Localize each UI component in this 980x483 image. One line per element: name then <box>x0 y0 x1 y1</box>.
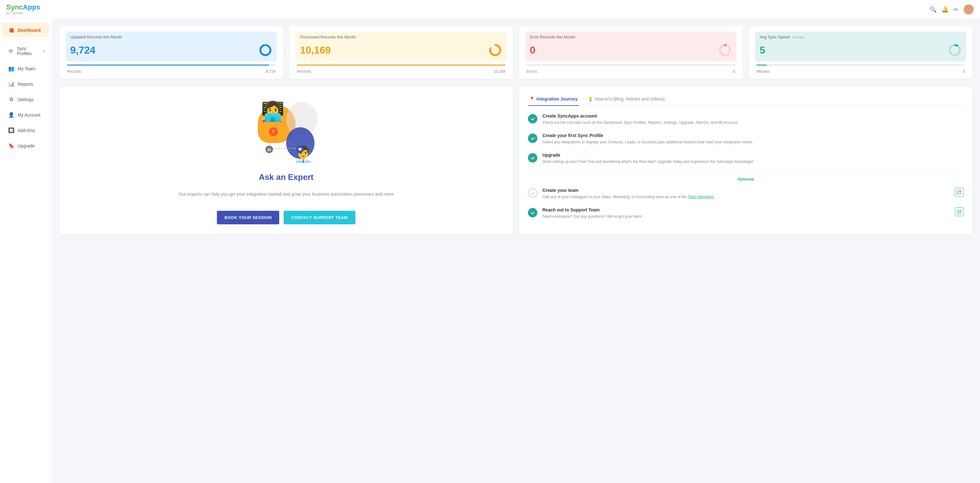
sidebar-label-settings: Settings <box>18 97 34 102</box>
journey-item-action-5[interactable] <box>955 207 964 216</box>
stat-value-row-processed: 10,169 <box>300 43 502 57</box>
sidebar-item-add-ons[interactable]: 🔲 Add-Ons <box>3 123 49 138</box>
checkmark-icon-1 <box>530 116 535 121</box>
svg-point-4 <box>720 45 730 55</box>
checkmark-icon-5 <box>530 210 535 215</box>
sidebar-label-upgrade: Upgrade <box>18 143 35 148</box>
stat-bg-processed: Processed Records this Month 10,169 <box>296 32 506 61</box>
avatar[interactable] <box>964 5 974 14</box>
sidebar-divider-1 <box>5 39 46 40</box>
sidebar-label-my-account: My Account <box>18 113 40 118</box>
journey-card: 📍 Integration Journey 💡 How-to's (Blog, … <box>519 86 972 234</box>
journey-item-action-4[interactable] <box>955 188 964 197</box>
ask-expert-card: 👩‍💻 👨‍💼 ? 📅 💬 Ask an Expert Our experts … <box>59 86 513 234</box>
journey-item-desc-2: Select any integrations to migrate your … <box>542 139 964 145</box>
stat-bar-sync-speed <box>756 65 767 65</box>
team-members-link[interactable]: Team Members <box>688 195 714 199</box>
journey-item-title-3: Upgrade <box>542 153 964 158</box>
tab-howtos[interactable]: 💡 How-to's (Blog, Articles and Videos) <box>587 94 666 106</box>
tab-integration-journey[interactable]: 📍 Integration Journey <box>528 94 579 106</box>
checkmark-icon-4 <box>530 191 535 195</box>
upgrade-icon: 🔖 <box>8 143 14 149</box>
stat-label-suffix: minutes <box>792 35 805 39</box>
journey-item-desc-5: Need assistance? Got any questions? We'v… <box>542 214 950 219</box>
tab-howtos-label: How-to's (Blog, Articles and Videos) <box>595 96 665 102</box>
stat-value-row-updated: 9,724 <box>70 43 272 57</box>
bottom-section: 👩‍💻 👨‍💼 ? 📅 💬 Ask an Expert Our experts … <box>59 86 972 234</box>
stat-bar-wrap-error <box>527 65 735 65</box>
stat-footer-label-processed: Records <box>297 69 311 74</box>
sidebar-item-reports[interactable]: 📊 Reports <box>3 77 49 91</box>
stat-card-error-records: Error Records this Month 0 Errors 0 <box>519 27 743 79</box>
checkmark-icon-2 <box>530 136 535 140</box>
journey-item-desc-4: Add any of your colleagues in your Sales… <box>542 194 950 200</box>
stat-value-processed: 10,169 <box>300 45 331 56</box>
sidebar-item-dashboard[interactable]: ▦ Dashboard <box>3 23 49 38</box>
journey-item-content-5: Reach out to Support Team Need assistanc… <box>542 207 950 219</box>
check-create-account <box>528 114 538 123</box>
stat-label-updated: Updated Records this Month <box>70 35 272 39</box>
journey-item-content-4: Create your team Add any of your colleag… <box>542 188 950 200</box>
stat-value-updated: 9,724 <box>70 45 95 56</box>
stat-footer-label-error: Errors <box>527 69 537 74</box>
stat-footer-label-updated: Records <box>67 69 81 74</box>
stat-card-updated-records: Updated Records this Month 9,724 Records… <box>59 27 283 79</box>
team-icon: 👥 <box>8 65 14 72</box>
chat-icon: 💬 <box>296 145 304 153</box>
journey-item-title-4: Create your team <box>542 188 950 193</box>
ask-expert-title: Ask an Expert <box>259 172 313 182</box>
stats-row: Updated Records this Month 9,724 Records… <box>59 27 972 79</box>
donut-chart-processed <box>488 43 502 57</box>
sidebar-label-my-team: My Team <box>18 66 36 71</box>
expert-illustration: 👩‍💻 👨‍💼 ? 📅 💬 <box>251 99 321 162</box>
hi-text: Hi, <box>953 7 959 12</box>
reports-icon: 📊 <box>8 81 14 87</box>
calendar-icon: 📅 <box>266 145 273 153</box>
donut-chart-error <box>718 43 732 57</box>
sidebar-label-dashboard: Dashboard <box>18 28 41 33</box>
stat-value-error: 0 <box>530 45 536 56</box>
stat-footer-value-error: 0 <box>733 69 735 74</box>
journey-item-content-2: Create your first Sync Profile Select an… <box>542 133 964 145</box>
journey-item-create-account: Create SyncApps account Check out the co… <box>528 113 964 125</box>
journey-item-upgrade: Upgrade Done setting up your Free Trial … <box>528 153 964 164</box>
stat-bar-updated <box>67 65 269 65</box>
stat-footer-label-sync-speed: Minutes <box>756 69 770 74</box>
stat-value-row-error: 0 <box>530 43 732 57</box>
stat-footer-value-updated: 9,724 <box>266 69 275 74</box>
header-right: 🔍 🔔 Hi, <box>930 5 974 14</box>
journey-item-sync-profile: Create your first Sync Profile Select an… <box>528 133 964 145</box>
stat-bg-sync-speed: Avg Sync Speed minutes 5 <box>755 32 966 61</box>
journey-tabs: 📍 Integration Journey 💡 How-to's (Blog, … <box>528 94 964 106</box>
check-reach-support <box>528 208 538 217</box>
stat-bg-updated: Updated Records this Month 9,724 <box>66 32 277 61</box>
stat-footer-updated: Records 9,724 <box>67 69 275 74</box>
logo-cazoomi: by Cazoomi <box>6 11 23 15</box>
stat-bar-processed <box>297 65 505 65</box>
stat-bar-wrap-processed <box>297 65 505 65</box>
journey-item-desc-1: Check out the cool tabs such as the Dash… <box>542 120 964 125</box>
stat-label-sync-text: Avg Sync Speed <box>760 35 790 39</box>
journey-item-reach-support: Reach out to Support Team Need assistanc… <box>528 207 964 219</box>
sync-icon: ⟳ <box>8 48 14 54</box>
person-icon-1: 👩‍💻 <box>261 102 285 121</box>
journey-item-content-3: Upgrade Done setting up your Free Trial … <box>542 153 964 164</box>
sidebar-item-upgrade[interactable]: 🔖 Upgrade <box>3 138 49 153</box>
stat-card-processed-records: Processed Records this Month 10,169 Reco… <box>289 27 513 79</box>
book-session-button[interactable]: BOOK YOUR SESSION <box>217 211 279 224</box>
sidebar-item-my-account[interactable]: 👤 My Account <box>3 107 49 122</box>
contact-support-button[interactable]: CONTACT SUPPORT TEAM <box>284 211 355 224</box>
journey-item-title-2: Create your first Sync Profile <box>542 133 964 138</box>
stat-footer-value-processed: 10,169 <box>494 69 505 74</box>
stat-label-error: Error Records this Month <box>530 35 732 39</box>
bell-icon[interactable]: 🔔 <box>942 6 948 13</box>
sidebar-item-sync-profiles[interactable]: ⟳ Sync Profiles ▾ <box>3 41 49 61</box>
settings-icon: ⚙ <box>8 96 14 102</box>
location-icon: 📍 <box>529 96 535 102</box>
stat-card-avg-sync-speed: Avg Sync Speed minutes 5 Minutes 5 <box>749 27 972 79</box>
svg-point-1 <box>260 45 270 55</box>
search-icon[interactable]: 🔍 <box>930 6 937 13</box>
check-upgrade <box>528 153 538 163</box>
sidebar-item-settings[interactable]: ⚙ Settings <box>3 92 49 107</box>
sidebar-item-my-team[interactable]: 👥 My Team <box>3 61 49 76</box>
